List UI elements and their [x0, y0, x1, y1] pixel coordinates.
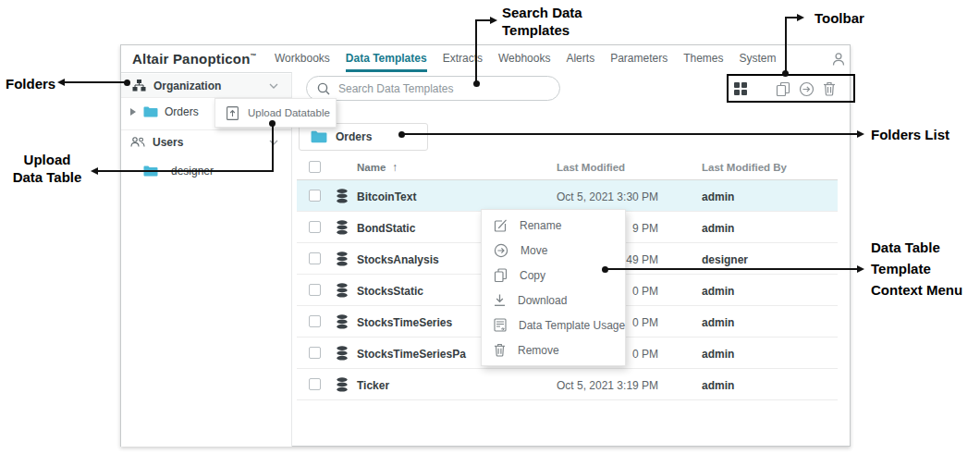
tab-workbooks[interactable]: Workbooks — [275, 45, 330, 72]
annotation-line: Templates — [502, 21, 582, 39]
annotation-line: Folders — [6, 75, 54, 92]
organization-label: Organization — [153, 80, 221, 92]
annotation-toolbar: Toolbar — [815, 9, 864, 27]
annotation-folders: Folders — [6, 75, 54, 92]
row-name[interactable]: StocksTimeSeriesPa — [357, 348, 466, 361]
sidebar-item-users[interactable]: Users — [121, 129, 291, 153]
datatable-icon — [336, 189, 349, 203]
row-last-modified: Oct 5, 2021 3:19 PM — [557, 379, 658, 392]
row-last-modified-by: admin — [702, 190, 734, 203]
user-account-icon[interactable] — [831, 52, 846, 67]
data-template-usage-icon — [494, 318, 507, 332]
top-nav: Altair Panopticon™ Workbooks Data Templa… — [121, 45, 850, 72]
column-header-name[interactable]: Name — [357, 162, 386, 173]
sort-ascending-icon[interactable]: ↑ — [392, 161, 398, 174]
folder-tab-label: Orders — [336, 130, 372, 143]
row-name[interactable]: BondStatic — [357, 222, 415, 235]
context-menu-item-download[interactable]: Download — [482, 288, 625, 313]
context-menu-label: Remove — [518, 344, 559, 357]
datatable-context-menu: Rename Move Copy Download Data Template … — [481, 209, 626, 366]
brand-text: Altair Panopticon — [132, 51, 251, 67]
select-all-checkbox[interactable] — [309, 161, 321, 173]
annotation-line: Context Menu — [871, 279, 962, 301]
annotation-line: Search Data — [502, 4, 582, 21]
chevron-down-icon[interactable] — [269, 83, 278, 89]
annotation-connector — [785, 17, 798, 18]
tab-data-templates[interactable]: Data Templates — [346, 45, 427, 72]
figure: Altair Panopticon™ Workbooks Data Templa… — [0, 0, 980, 454]
row-checkbox[interactable] — [309, 347, 321, 359]
row-checkbox[interactable] — [309, 378, 321, 390]
annotation-dot — [124, 80, 130, 86]
context-menu-item-rename[interactable]: Rename — [482, 213, 625, 238]
download-icon — [494, 294, 506, 307]
row-name[interactable]: Ticker — [357, 379, 389, 392]
row-name[interactable]: StocksAnalysis — [357, 253, 439, 266]
annotation-connector — [272, 123, 274, 172]
annotation-dot — [782, 70, 789, 77]
table-row[interactable]: Ticker Oct 5, 2021 3:19 PM admin — [297, 369, 838, 400]
row-checkbox[interactable] — [309, 190, 321, 202]
row-name[interactable]: BitcoinText — [357, 190, 416, 203]
annotation-connector — [785, 17, 787, 74]
row-checkbox[interactable] — [309, 252, 321, 264]
annotation-arrowhead — [490, 17, 497, 24]
nav-tabs: Workbooks Data Templates Extracts Webhoo… — [275, 45, 777, 72]
row-last-modified-by: admin — [702, 348, 734, 361]
annotation-search-data-templates: Search Data Templates — [502, 4, 582, 39]
sidebar-item-organization[interactable]: Organization — [121, 74, 291, 98]
datatable-icon — [336, 377, 349, 392]
datatable-icon — [336, 346, 349, 361]
folder-icon — [311, 130, 327, 143]
annotation-context-menu: Data Table Template Context Menu — [871, 237, 962, 301]
tab-themes[interactable]: Themes — [683, 45, 723, 72]
folders-sidebar: Organization Orders Users — [121, 72, 292, 447]
context-menu-item-remove[interactable]: Remove — [482, 337, 625, 362]
annotation-folders-list: Folders List — [871, 126, 949, 143]
table-row[interactable]: BitcoinText Oct 5, 2021 3:30 PM admin — [297, 180, 838, 212]
row-checkbox[interactable] — [309, 284, 321, 296]
annotation-arrowhead — [857, 265, 864, 273]
context-menu-label: Move — [521, 244, 547, 257]
context-menu-label: Download — [518, 294, 567, 307]
column-header-last-modified[interactable]: Last Modified — [557, 162, 625, 173]
datatable-icon — [336, 252, 349, 266]
row-name[interactable]: StocksStatic — [357, 285, 423, 298]
caret-right-icon[interactable] — [130, 108, 136, 116]
row-checkbox[interactable] — [309, 221, 321, 233]
tab-webhooks[interactable]: Webhooks — [498, 45, 550, 72]
annotation-connector — [64, 81, 127, 83]
row-checkbox[interactable] — [309, 315, 321, 327]
tab-alerts[interactable]: Alerts — [566, 45, 594, 72]
row-last-modified-by: designer — [702, 253, 748, 266]
table-header: Name ↑ Last Modified Last Modified By — [297, 154, 838, 180]
context-menu-label: Data Template Usage — [519, 319, 625, 332]
annotation-dot — [473, 80, 480, 87]
tab-parameters[interactable]: Parameters — [610, 45, 668, 72]
trash-icon — [494, 343, 506, 357]
chevron-down-icon[interactable] — [269, 140, 278, 145]
row-name[interactable]: StocksTimeSeries — [357, 316, 452, 329]
tab-system[interactable]: System — [740, 45, 777, 72]
org-hierarchy-icon — [132, 80, 146, 92]
upload-datatable-menu-item[interactable]: Upload Datatable — [214, 98, 337, 128]
search-input[interactable] — [338, 78, 551, 99]
context-menu-item-move[interactable]: Move — [482, 238, 625, 263]
datatable-icon — [336, 220, 349, 235]
upload-datatable-label: Upload Datatable — [248, 107, 330, 118]
datatable-icon — [336, 283, 349, 298]
annotation-line: Template — [871, 258, 962, 279]
copy-icon — [494, 268, 508, 283]
context-menu-label: Rename — [520, 219, 561, 232]
annotation-line: Toolbar — [815, 9, 864, 27]
column-header-last-modified-by[interactable]: Last Modified By — [702, 162, 787, 173]
orders-folder-label: Orders — [165, 105, 199, 118]
row-last-modified-by: admin — [702, 285, 734, 298]
context-menu-item-data-template-usage[interactable]: Data Template Usage — [482, 313, 625, 337]
annotation-connector — [605, 268, 858, 270]
annotation-connector — [97, 170, 274, 172]
datatable-icon — [336, 314, 349, 329]
trademark-mark: ™ — [251, 53, 257, 59]
annotation-arrowhead — [857, 130, 864, 138]
users-icon — [130, 137, 145, 147]
